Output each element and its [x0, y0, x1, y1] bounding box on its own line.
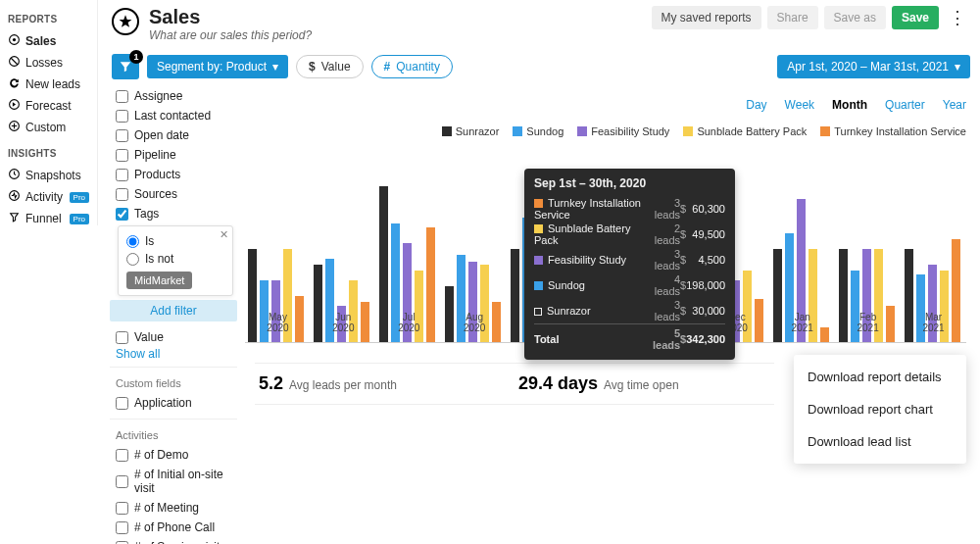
svg-point-1 — [13, 38, 16, 41]
time-scope-tabs: DayWeekMonthQuarterYear — [746, 98, 966, 112]
star-icon — [112, 8, 139, 35]
legend-item[interactable]: Feasibility Study — [577, 125, 669, 137]
x-tick: Feb2021 — [835, 312, 901, 333]
chart-tooltip: Sep 1st – 30th, 2020 Turnkey Installatio… — [524, 169, 735, 360]
reports-heading: REPORTS — [8, 14, 89, 25]
chevron-down-icon: ▾ — [272, 60, 278, 74]
tags-isnot-radio[interactable]: Is not — [126, 250, 224, 268]
svg-line-3 — [11, 58, 18, 65]
legend-item[interactable]: Sunrazor — [442, 125, 500, 137]
legend-item[interactable]: Turnkey Installation Service — [820, 125, 966, 137]
add-filter-button[interactable]: Add filter — [110, 300, 237, 321]
sidebar-item-new leads[interactable]: New leads — [6, 74, 91, 95]
filter-activity[interactable]: # of Initial on-site visit — [110, 465, 237, 498]
stat: 29.4 days Avg time open — [514, 364, 774, 404]
show-all-link[interactable]: Show all — [110, 347, 237, 361]
legend-swatch — [683, 126, 693, 136]
filter-pipeline[interactable]: Pipeline — [110, 145, 237, 165]
tooltip-row: Feasibility Study3 leads$4,500 — [534, 247, 725, 272]
legend-item[interactable]: Sundog — [513, 125, 564, 137]
sidebar: REPORTS SalesLossesNew leadsForecastCust… — [0, 0, 98, 225]
download-option[interactable]: Download report chart — [794, 393, 966, 425]
activities-heading: Activities — [116, 429, 237, 441]
pro-badge: Pro — [70, 192, 89, 203]
tooltip-row: Sundog4 leads$198,000 — [534, 272, 725, 298]
more-menu-icon[interactable]: ⋮ — [945, 7, 970, 28]
filter-button[interactable]: 1 — [112, 54, 139, 79]
download-option[interactable]: Download lead list — [794, 425, 966, 458]
download-option[interactable]: Download report details — [794, 361, 966, 393]
stats-row: 5.2 Avg leads per month29.4 days Avg tim… — [255, 363, 774, 405]
filter-sources[interactable]: Sources — [110, 184, 237, 204]
custom-fields-heading: Custom fields — [116, 377, 237, 389]
tag-chip[interactable]: MidMarket — [126, 272, 192, 289]
funnel-icon — [8, 211, 21, 226]
timescope-quarter[interactable]: Quarter — [885, 98, 925, 112]
filter-last contacted[interactable]: Last contacted — [110, 106, 237, 125]
filter-assignee[interactable]: Assignee — [110, 86, 237, 106]
insights-heading: INSIGHTS — [8, 148, 89, 159]
timescope-month[interactable]: Month — [832, 98, 867, 112]
filter-activity[interactable]: # of Demo — [110, 445, 237, 465]
refresh-icon — [8, 76, 21, 92]
page-subtitle: What are our sales this period? — [149, 28, 312, 42]
filter-count-badge: 1 — [129, 50, 143, 64]
timescope-week[interactable]: Week — [785, 98, 814, 112]
sidebar-item-activity[interactable]: ActivityPro — [6, 186, 91, 208]
date-range-button[interactable]: Apr 1st, 2020 – Mar 31st, 2021 ▾ — [777, 55, 970, 78]
x-tick: Mar2021 — [901, 312, 966, 333]
download-menu: Download report detailsDownload report c… — [794, 355, 966, 464]
page-title: Sales — [149, 6, 312, 28]
share-button[interactable]: Share — [767, 6, 818, 29]
x-tick: Jan2021 — [769, 312, 835, 333]
sidebar-item-sales[interactable]: Sales — [6, 30, 91, 52]
timescope-day[interactable]: Day — [746, 98, 766, 112]
filter-tags[interactable]: Tags — [110, 204, 237, 223]
tooltip-row: Sunblade Battery Pack2 leads$49,500 — [534, 222, 725, 247]
filter-activity[interactable]: # of Service visit — [110, 537, 237, 544]
tooltip-row: Turnkey Installation Service3 leads$60,3… — [534, 196, 725, 222]
x-tick: Jul2020 — [376, 312, 442, 333]
tags-subpanel: ✕ Is Is not MidMarket — [118, 225, 233, 296]
legend-swatch — [442, 126, 452, 136]
stat: 5.2 Avg leads per month — [255, 364, 514, 404]
chart-legend: SunrazorSundogFeasibility StudySunblade … — [442, 125, 966, 137]
legend-item[interactable]: Sunblade Battery Pack — [683, 125, 807, 137]
main-area: Sales What are our sales this period? My… — [108, 0, 980, 79]
value-toggle[interactable]: $ Value — [296, 55, 364, 78]
sidebar-item-losses[interactable]: Losses — [6, 52, 91, 74]
filter-activity[interactable]: # of Meeting — [110, 498, 237, 518]
sidebar-item-snapshots[interactable]: Snapshots — [6, 165, 91, 186]
sidebar-item-funnel[interactable]: FunnelPro — [6, 208, 91, 229]
filter-open date[interactable]: Open date — [110, 125, 237, 145]
ban-icon — [8, 55, 21, 71]
save-as-button[interactable]: Save as — [824, 6, 886, 29]
x-tick: Aug2020 — [442, 312, 508, 333]
pro-badge: Pro — [70, 214, 89, 224]
timescope-year[interactable]: Year — [943, 98, 966, 112]
target-icon — [8, 33, 21, 49]
chevron-down-icon: ▾ — [955, 60, 960, 74]
legend-swatch — [820, 126, 830, 136]
segment-by-button[interactable]: Segment by: Product ▾ — [147, 55, 288, 78]
tooltip-title: Sep 1st – 30th, 2020 — [534, 176, 725, 190]
filter-application[interactable]: Application — [110, 393, 237, 413]
x-tick: Jun2020 — [311, 312, 376, 333]
quantity-toggle[interactable]: # Quantity — [371, 55, 453, 78]
filter-value[interactable]: Value — [110, 327, 237, 347]
activity-icon — [8, 189, 21, 205]
filter-bar: 1 Segment by: Product ▾ $ Value # Quanti… — [112, 54, 970, 79]
filter-activity[interactable]: # of Phone Call — [110, 518, 237, 537]
sidebar-item-custom[interactable]: Custom — [6, 117, 91, 138]
filter-products[interactable]: Products — [110, 165, 237, 184]
tooltip-row: Sunrazor3 leads$30,000 — [534, 298, 725, 324]
tooltip-total: Total5 leads$342,300 — [534, 324, 725, 353]
save-button[interactable]: Save — [892, 6, 939, 29]
sidebar-item-forecast[interactable]: Forecast — [6, 95, 91, 117]
x-tick: May2020 — [245, 312, 311, 333]
plus-circle-icon — [8, 120, 21, 135]
legend-swatch — [513, 126, 522, 136]
close-icon[interactable]: ✕ — [220, 228, 228, 241]
my-saved-reports-button[interactable]: My saved reports — [652, 6, 761, 29]
tags-is-radio[interactable]: Is — [126, 232, 224, 250]
